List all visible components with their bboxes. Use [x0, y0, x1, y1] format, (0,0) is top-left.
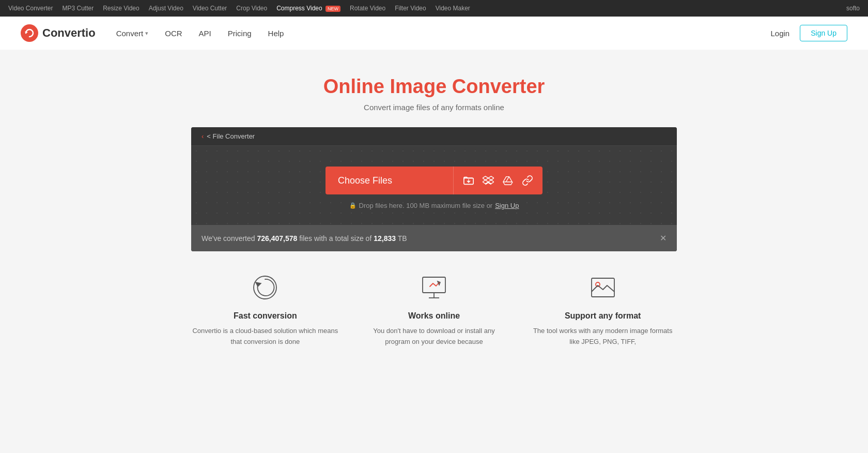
convert-menu[interactable]: Convert ▾	[116, 29, 149, 38]
toolbar-rotate-video[interactable]: Rotate Video	[350, 5, 385, 12]
feature-icon-3	[587, 272, 618, 303]
stats-bar: We've converted 726,407,578 files with a…	[191, 225, 677, 251]
top-toolbar: Video Converter MP3 Cutter Resize Video …	[0, 0, 868, 17]
feature-desc-1: Convertio is a cloud-based solution whic…	[191, 326, 339, 348]
monitor-icon	[419, 272, 450, 303]
toolbar-mp3-cutter[interactable]: MP3 Cutter	[63, 5, 94, 12]
stats-close-button[interactable]: ✕	[660, 233, 667, 243]
file-converter-label: < File Converter	[207, 132, 255, 140]
convert-label: Convert	[116, 29, 144, 38]
nav-right: Login Sign Up	[770, 25, 847, 41]
nav-left: Convertio Convert ▾ OCR API Pricing Help	[21, 24, 284, 42]
link-icon	[522, 175, 533, 186]
google-drive-icon	[502, 175, 514, 186]
folder-icon	[463, 175, 474, 186]
top-toolbar-links: Video Converter MP3 Cutter Resize Video …	[8, 5, 470, 12]
upload-icons	[453, 167, 542, 194]
svg-rect-9	[592, 278, 614, 297]
feature-icon-1	[250, 272, 281, 303]
main-nav: Convertio Convert ▾ OCR API Pricing Help…	[0, 17, 868, 50]
feature-support-format: Support any format The tool works with a…	[529, 272, 677, 348]
login-link[interactable]: Login	[770, 29, 789, 38]
feature-title-3: Support any format	[529, 311, 677, 321]
back-icon: ‹	[202, 132, 204, 140]
brand-label: softo	[846, 5, 860, 12]
chevron-down-icon: ▾	[145, 30, 148, 37]
toolbar-video-maker[interactable]: Video Maker	[436, 5, 470, 12]
features-section: Fast conversion Convertio is a cloud-bas…	[181, 272, 687, 348]
converter-header: ‹ < File Converter	[191, 127, 677, 146]
hero-subtitle: Convert image files of any formats onlin…	[0, 103, 868, 112]
stats-size: 12,833	[374, 234, 396, 243]
hero-title: Online Image Converter	[0, 76, 868, 98]
choose-files-button[interactable]: Choose Files	[326, 167, 542, 194]
stats-prefix: We've converted	[202, 234, 255, 243]
toolbar-adjust-video[interactable]: Adjust Video	[149, 5, 183, 12]
signup-button[interactable]: Sign Up	[800, 25, 847, 41]
dropbox-icon	[483, 175, 494, 186]
toolbar-video-cutter[interactable]: Video Cutter	[193, 5, 227, 12]
lock-icon: 🔒	[349, 202, 357, 209]
nav-menu: Convert ▾ OCR API Pricing Help	[116, 29, 284, 38]
svg-marker-4	[256, 282, 261, 286]
toolbar-resize-video[interactable]: Resize Video	[103, 5, 140, 12]
feature-works-online: Works online You don't have to download …	[360, 272, 508, 348]
stats-count: 726,407,578	[257, 234, 297, 243]
image-icon	[587, 272, 618, 303]
converter-box: ‹ < File Converter Choose Files	[191, 127, 677, 251]
converter-body: Choose Files	[191, 146, 677, 225]
feature-desc-3: The tool works with any modern image for…	[529, 326, 677, 348]
stats-suffix: TB	[398, 234, 407, 243]
stats-middle: files with a total size of	[299, 234, 371, 243]
feature-title-1: Fast conversion	[191, 311, 339, 321]
converter-section: ‹ < File Converter Choose Files	[181, 127, 687, 251]
logo-text: Convertio	[42, 26, 96, 40]
svg-point-0	[21, 24, 38, 42]
logo-icon	[21, 24, 38, 42]
stats-text: We've converted 726,407,578 files with a…	[202, 234, 407, 243]
toolbar-crop-video[interactable]: Crop Video	[236, 5, 267, 12]
pricing-link[interactable]: Pricing	[228, 29, 252, 38]
feature-fast-conversion: Fast conversion Convertio is a cloud-bas…	[191, 272, 339, 348]
ocr-link[interactable]: OCR	[165, 29, 182, 38]
hero-section: Online Image Converter Convert image fil…	[0, 50, 868, 127]
drop-info: 🔒 Drop files here. 100 MB maximum file s…	[349, 202, 519, 209]
logo-link[interactable]: Convertio	[21, 24, 96, 42]
feature-desc-2: You don't have to download or install an…	[360, 326, 508, 348]
feature-title-2: Works online	[360, 311, 508, 321]
toolbar-filter-video[interactable]: Filter Video	[395, 5, 426, 12]
help-link[interactable]: Help	[268, 29, 284, 38]
choose-files-label: Choose Files	[326, 175, 453, 186]
svg-rect-5	[423, 277, 445, 293]
feature-icon-2	[419, 272, 450, 303]
refresh-icon	[250, 272, 281, 303]
api-link[interactable]: API	[199, 29, 211, 38]
drop-text: Drop files here. 100 MB maximum file siz…	[359, 202, 493, 209]
signup-link-drop[interactable]: Sign Up	[495, 202, 519, 209]
toolbar-compress-video[interactable]: Compress Video NEW	[276, 5, 340, 12]
toolbar-video-converter[interactable]: Video Converter	[8, 5, 53, 12]
